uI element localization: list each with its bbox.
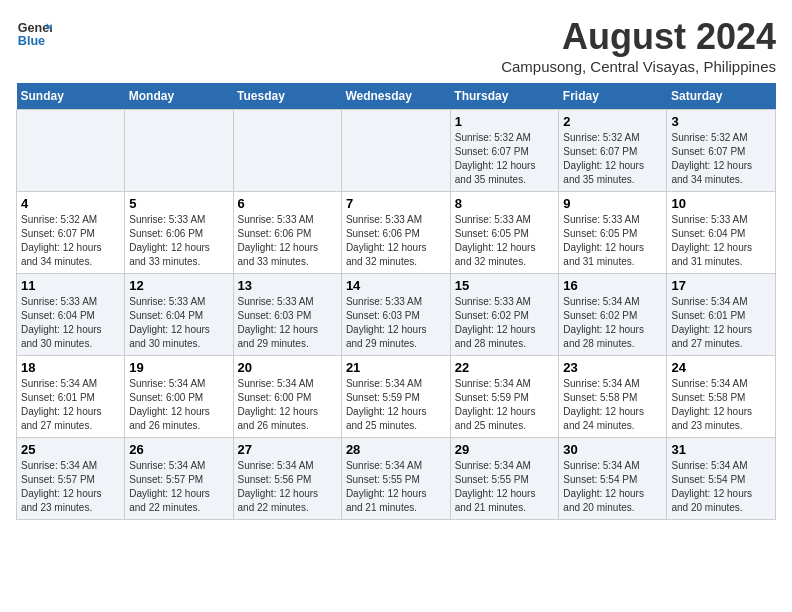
calendar-cell: 23Sunrise: 5:34 AM Sunset: 5:58 PM Dayli…	[559, 356, 667, 438]
day-of-week-header: Sunday	[17, 83, 125, 110]
day-info: Sunrise: 5:33 AM Sunset: 6:06 PM Dayligh…	[238, 213, 337, 269]
calendar-cell: 25Sunrise: 5:34 AM Sunset: 5:57 PM Dayli…	[17, 438, 125, 520]
main-title: August 2024	[501, 16, 776, 58]
calendar-cell: 3Sunrise: 5:32 AM Sunset: 6:07 PM Daylig…	[667, 110, 776, 192]
day-info: Sunrise: 5:34 AM Sunset: 5:56 PM Dayligh…	[238, 459, 337, 515]
day-of-week-header: Saturday	[667, 83, 776, 110]
calendar-cell: 19Sunrise: 5:34 AM Sunset: 6:00 PM Dayli…	[125, 356, 233, 438]
day-info: Sunrise: 5:34 AM Sunset: 6:01 PM Dayligh…	[671, 295, 771, 351]
day-info: Sunrise: 5:34 AM Sunset: 6:01 PM Dayligh…	[21, 377, 120, 433]
logo: General Blue	[16, 16, 52, 52]
calendar-table: SundayMondayTuesdayWednesdayThursdayFrid…	[16, 83, 776, 520]
day-number: 1	[455, 114, 555, 129]
day-number: 8	[455, 196, 555, 211]
day-number: 19	[129, 360, 228, 375]
day-number: 28	[346, 442, 446, 457]
calendar-cell: 13Sunrise: 5:33 AM Sunset: 6:03 PM Dayli…	[233, 274, 341, 356]
calendar-cell	[125, 110, 233, 192]
day-number: 14	[346, 278, 446, 293]
calendar-week-row: 25Sunrise: 5:34 AM Sunset: 5:57 PM Dayli…	[17, 438, 776, 520]
calendar-cell: 29Sunrise: 5:34 AM Sunset: 5:55 PM Dayli…	[450, 438, 559, 520]
calendar-cell: 24Sunrise: 5:34 AM Sunset: 5:58 PM Dayli…	[667, 356, 776, 438]
day-number: 13	[238, 278, 337, 293]
calendar-cell: 12Sunrise: 5:33 AM Sunset: 6:04 PM Dayli…	[125, 274, 233, 356]
day-info: Sunrise: 5:34 AM Sunset: 5:54 PM Dayligh…	[671, 459, 771, 515]
day-number: 23	[563, 360, 662, 375]
day-number: 26	[129, 442, 228, 457]
day-info: Sunrise: 5:34 AM Sunset: 6:00 PM Dayligh…	[238, 377, 337, 433]
day-number: 20	[238, 360, 337, 375]
day-number: 5	[129, 196, 228, 211]
day-number: 9	[563, 196, 662, 211]
calendar-cell: 28Sunrise: 5:34 AM Sunset: 5:55 PM Dayli…	[341, 438, 450, 520]
day-number: 25	[21, 442, 120, 457]
day-info: Sunrise: 5:32 AM Sunset: 6:07 PM Dayligh…	[455, 131, 555, 187]
day-info: Sunrise: 5:34 AM Sunset: 5:57 PM Dayligh…	[21, 459, 120, 515]
day-info: Sunrise: 5:34 AM Sunset: 5:55 PM Dayligh…	[346, 459, 446, 515]
calendar-cell: 2Sunrise: 5:32 AM Sunset: 6:07 PM Daylig…	[559, 110, 667, 192]
calendar-cell: 21Sunrise: 5:34 AM Sunset: 5:59 PM Dayli…	[341, 356, 450, 438]
calendar-body: 1Sunrise: 5:32 AM Sunset: 6:07 PM Daylig…	[17, 110, 776, 520]
day-number: 10	[671, 196, 771, 211]
calendar-week-row: 4Sunrise: 5:32 AM Sunset: 6:07 PM Daylig…	[17, 192, 776, 274]
calendar-cell: 8Sunrise: 5:33 AM Sunset: 6:05 PM Daylig…	[450, 192, 559, 274]
title-area: August 2024 Campusong, Central Visayas, …	[501, 16, 776, 75]
day-info: Sunrise: 5:32 AM Sunset: 6:07 PM Dayligh…	[21, 213, 120, 269]
calendar-cell: 22Sunrise: 5:34 AM Sunset: 5:59 PM Dayli…	[450, 356, 559, 438]
day-info: Sunrise: 5:33 AM Sunset: 6:05 PM Dayligh…	[455, 213, 555, 269]
day-number: 27	[238, 442, 337, 457]
svg-text:Blue: Blue	[18, 34, 45, 48]
day-number: 22	[455, 360, 555, 375]
day-info: Sunrise: 5:32 AM Sunset: 6:07 PM Dayligh…	[671, 131, 771, 187]
calendar-cell: 18Sunrise: 5:34 AM Sunset: 6:01 PM Dayli…	[17, 356, 125, 438]
day-info: Sunrise: 5:33 AM Sunset: 6:04 PM Dayligh…	[21, 295, 120, 351]
day-of-week-header: Friday	[559, 83, 667, 110]
day-of-week-header: Thursday	[450, 83, 559, 110]
day-number: 4	[21, 196, 120, 211]
day-of-week-header: Monday	[125, 83, 233, 110]
day-number: 21	[346, 360, 446, 375]
calendar-header-row: SundayMondayTuesdayWednesdayThursdayFrid…	[17, 83, 776, 110]
day-number: 12	[129, 278, 228, 293]
calendar-week-row: 1Sunrise: 5:32 AM Sunset: 6:07 PM Daylig…	[17, 110, 776, 192]
calendar-week-row: 18Sunrise: 5:34 AM Sunset: 6:01 PM Dayli…	[17, 356, 776, 438]
calendar-week-row: 11Sunrise: 5:33 AM Sunset: 6:04 PM Dayli…	[17, 274, 776, 356]
day-info: Sunrise: 5:33 AM Sunset: 6:02 PM Dayligh…	[455, 295, 555, 351]
calendar-cell: 9Sunrise: 5:33 AM Sunset: 6:05 PM Daylig…	[559, 192, 667, 274]
calendar-cell: 31Sunrise: 5:34 AM Sunset: 5:54 PM Dayli…	[667, 438, 776, 520]
day-info: Sunrise: 5:34 AM Sunset: 6:02 PM Dayligh…	[563, 295, 662, 351]
day-info: Sunrise: 5:34 AM Sunset: 5:58 PM Dayligh…	[671, 377, 771, 433]
day-info: Sunrise: 5:34 AM Sunset: 5:59 PM Dayligh…	[346, 377, 446, 433]
day-info: Sunrise: 5:33 AM Sunset: 6:03 PM Dayligh…	[238, 295, 337, 351]
day-info: Sunrise: 5:33 AM Sunset: 6:04 PM Dayligh…	[671, 213, 771, 269]
calendar-cell	[233, 110, 341, 192]
day-of-week-header: Wednesday	[341, 83, 450, 110]
day-info: Sunrise: 5:33 AM Sunset: 6:05 PM Dayligh…	[563, 213, 662, 269]
day-number: 24	[671, 360, 771, 375]
day-number: 6	[238, 196, 337, 211]
calendar-cell: 20Sunrise: 5:34 AM Sunset: 6:00 PM Dayli…	[233, 356, 341, 438]
day-of-week-header: Tuesday	[233, 83, 341, 110]
day-number: 17	[671, 278, 771, 293]
calendar-cell: 7Sunrise: 5:33 AM Sunset: 6:06 PM Daylig…	[341, 192, 450, 274]
calendar-cell: 10Sunrise: 5:33 AM Sunset: 6:04 PM Dayli…	[667, 192, 776, 274]
calendar-cell	[17, 110, 125, 192]
calendar-cell: 11Sunrise: 5:33 AM Sunset: 6:04 PM Dayli…	[17, 274, 125, 356]
subtitle: Campusong, Central Visayas, Philippines	[501, 58, 776, 75]
calendar-cell: 5Sunrise: 5:33 AM Sunset: 6:06 PM Daylig…	[125, 192, 233, 274]
day-number: 29	[455, 442, 555, 457]
calendar-cell: 26Sunrise: 5:34 AM Sunset: 5:57 PM Dayli…	[125, 438, 233, 520]
day-number: 18	[21, 360, 120, 375]
day-info: Sunrise: 5:34 AM Sunset: 5:58 PM Dayligh…	[563, 377, 662, 433]
day-info: Sunrise: 5:34 AM Sunset: 5:57 PM Dayligh…	[129, 459, 228, 515]
calendar-cell: 17Sunrise: 5:34 AM Sunset: 6:01 PM Dayli…	[667, 274, 776, 356]
calendar-cell: 16Sunrise: 5:34 AM Sunset: 6:02 PM Dayli…	[559, 274, 667, 356]
day-info: Sunrise: 5:33 AM Sunset: 6:03 PM Dayligh…	[346, 295, 446, 351]
calendar-cell	[341, 110, 450, 192]
day-info: Sunrise: 5:34 AM Sunset: 5:55 PM Dayligh…	[455, 459, 555, 515]
calendar-cell: 1Sunrise: 5:32 AM Sunset: 6:07 PM Daylig…	[450, 110, 559, 192]
day-info: Sunrise: 5:33 AM Sunset: 6:06 PM Dayligh…	[129, 213, 228, 269]
logo-icon: General Blue	[16, 16, 52, 52]
day-number: 11	[21, 278, 120, 293]
calendar-cell: 6Sunrise: 5:33 AM Sunset: 6:06 PM Daylig…	[233, 192, 341, 274]
